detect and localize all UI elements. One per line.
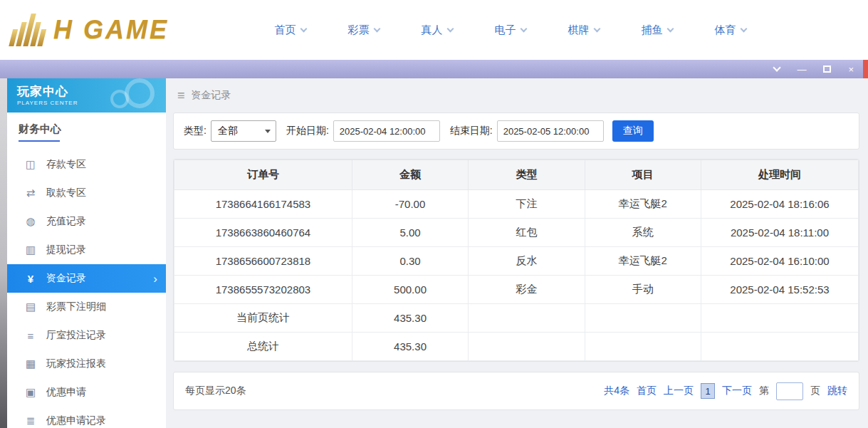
money-bag-icon: ◍ bbox=[24, 215, 37, 228]
table-cell bbox=[469, 304, 585, 333]
nav-item-live[interactable]: 真人 bbox=[400, 0, 474, 60]
table-row-grand-total: 总统计 435.30 bbox=[174, 333, 859, 361]
page-jump-input[interactable] bbox=[776, 382, 803, 400]
window-close-accent bbox=[863, 60, 868, 78]
nav-item-label: 首页 bbox=[275, 24, 296, 37]
end-date-label: 结束日期: bbox=[450, 125, 493, 137]
window-close-icon[interactable]: × bbox=[848, 65, 854, 74]
type-select-value: 全部 bbox=[218, 125, 238, 137]
nav-item-label: 棋牌 bbox=[568, 24, 590, 37]
sidebar-item-label: 厅室投注记录 bbox=[46, 329, 106, 342]
table-row: 1738663860460764 5.00 红包 系统 2025-02-04 1… bbox=[174, 219, 859, 247]
nav-item-label: 体育 bbox=[715, 24, 736, 37]
app-body: 玩家中心 PLAYERS CENTER 财务中心 ◫存款专区 ⇄取款专区 ◍充值… bbox=[0, 78, 868, 428]
sidebar-item-label: 优惠申请记录 bbox=[46, 414, 106, 427]
window-dropdown-icon[interactable] bbox=[773, 63, 781, 71]
nav-item-chess[interactable]: 棋牌 bbox=[547, 0, 620, 60]
wallet-icon: ▥ bbox=[24, 244, 37, 256]
current-page-badge[interactable]: 1 bbox=[701, 383, 715, 399]
sidebar-item-label: 存款专区 bbox=[46, 158, 86, 171]
table-cell: 2025-02-04 15:52:53 bbox=[701, 276, 858, 304]
table-cell: 反水 bbox=[469, 247, 585, 276]
start-date-label: 开始日期: bbox=[286, 125, 329, 137]
sidebar-section-label: 财务中心 bbox=[19, 122, 61, 135]
records-table-card: 订单号 金额 类型 项目 处理时间 1738664166174583 -70.0… bbox=[173, 159, 859, 362]
sidebar-item-withdrawal-records[interactable]: ▥提现记录 bbox=[7, 236, 166, 264]
search-button[interactable]: 查询 bbox=[612, 120, 654, 142]
table-cell: 1738655573202803 bbox=[174, 276, 352, 304]
table-row: 1738664166174583 -70.00 下注 幸运飞艇2 2025-02… bbox=[174, 190, 859, 219]
table-cell: 当前页统计 bbox=[174, 304, 352, 333]
table-cell: 幸运飞艇2 bbox=[585, 190, 701, 219]
sidebar-item-lottery-bet-details[interactable]: ▤彩票下注明细 bbox=[7, 293, 166, 321]
breadcrumb: ≡ 资金记录 bbox=[173, 78, 859, 113]
gift-icon: ▣ bbox=[24, 386, 37, 399]
menu-icon: ≡ bbox=[177, 88, 185, 103]
next-page-link[interactable]: 下一页 bbox=[722, 385, 752, 397]
start-date-input[interactable] bbox=[333, 120, 440, 142]
nav-item-label: 捕鱼 bbox=[642, 24, 663, 37]
sidebar-item-label: 提现记录 bbox=[46, 244, 86, 256]
logo[interactable]: H GAME bbox=[13, 14, 219, 46]
table-cell: 0.30 bbox=[352, 247, 468, 276]
document-icon: ▤ bbox=[24, 301, 37, 313]
main-content: ≡ 资金记录 类型: 全部 开始日期: 结束日期: 查询 bbox=[166, 78, 868, 428]
nav-item-slots[interactable]: 电子 bbox=[474, 0, 547, 60]
table-row: 1738656600723818 0.30 反水 幸运飞艇2 2025-02-0… bbox=[174, 247, 859, 276]
table-cell: 2025-02-04 18:11:00 bbox=[701, 219, 858, 247]
jump-suffix-label: 页 bbox=[810, 385, 820, 397]
table-cell: 手动 bbox=[585, 276, 701, 304]
sidebar-item-funds-records[interactable]: ¥资金记录› bbox=[7, 264, 166, 293]
window-maximize-icon[interactable] bbox=[823, 66, 831, 73]
nav-item-lottery[interactable]: 彩票 bbox=[327, 0, 400, 60]
table-row-page-total: 当前页统计 435.30 bbox=[174, 304, 859, 333]
table-cell: 1738663860460764 bbox=[174, 219, 352, 247]
controller-icon bbox=[125, 78, 155, 108]
chevron-down-icon bbox=[373, 25, 380, 32]
sidebar-item-label: 资金记录 bbox=[46, 272, 86, 285]
type-select[interactable]: 全部 bbox=[211, 120, 276, 142]
top-header: H GAME 首页 彩票 真人 电子 棋牌 捕鱼 体育 bbox=[0, 0, 868, 60]
table-cell: 红包 bbox=[469, 219, 585, 247]
table-cell: 总统计 bbox=[174, 333, 352, 361]
sidebar: 玩家中心 PLAYERS CENTER 财务中心 ◫存款专区 ⇄取款专区 ◍充值… bbox=[7, 78, 166, 428]
chevron-down-icon bbox=[300, 25, 307, 32]
logo-text: H GAME bbox=[53, 15, 169, 45]
column-header-order-no: 订单号 bbox=[174, 160, 352, 190]
withdraw-coins-icon: ⇄ bbox=[24, 187, 37, 199]
table-cell bbox=[469, 333, 585, 361]
chevron-down-icon bbox=[666, 25, 674, 32]
nav-item-home[interactable]: 首页 bbox=[253, 0, 327, 60]
table-row: 1738655573202803 500.00 彩金 手动 2025-02-04… bbox=[174, 276, 859, 304]
window-minimize-icon[interactable]: — bbox=[797, 65, 806, 74]
sidebar-item-hall-bet-records[interactable]: ≡厅室投注记录 bbox=[7, 321, 166, 350]
list-icon: ≡ bbox=[24, 330, 37, 342]
nav-item-label: 彩票 bbox=[348, 24, 370, 37]
sidebar-item-deposit-zone[interactable]: ◫存款专区 bbox=[7, 150, 166, 179]
nav-item-fishing[interactable]: 捕鱼 bbox=[620, 0, 694, 60]
sidebar-item-recharge-records[interactable]: ◍充值记录 bbox=[7, 207, 166, 236]
table-cell: 1738656600723818 bbox=[174, 247, 352, 276]
jump-button[interactable]: 跳转 bbox=[827, 385, 847, 397]
table-cell: 500.00 bbox=[352, 276, 468, 304]
sidebar-item-withdraw-zone[interactable]: ⇄取款专区 bbox=[7, 179, 166, 207]
sidebar-item-player-bet-report[interactable]: ▦玩家投注报表 bbox=[7, 350, 166, 378]
logo-icon bbox=[9, 14, 50, 46]
nav-item-label: 电子 bbox=[495, 24, 516, 37]
column-header-amount: 金额 bbox=[352, 160, 468, 190]
sidebar-section-finance: 财务中心 bbox=[7, 113, 166, 143]
table-cell: 1738664166174583 bbox=[174, 190, 352, 219]
nav-item-sports[interactable]: 体育 bbox=[694, 0, 767, 60]
jump-prefix-label: 第 bbox=[759, 385, 769, 397]
prev-page-link[interactable]: 上一页 bbox=[664, 385, 694, 397]
table-cell: 系统 bbox=[585, 219, 701, 247]
type-label: 类型: bbox=[184, 125, 206, 137]
end-date-input[interactable] bbox=[497, 120, 604, 142]
table-cell bbox=[585, 333, 701, 361]
sidebar-item-promo-application[interactable]: ▣优惠申请 bbox=[7, 378, 166, 407]
first-page-link[interactable]: 首页 bbox=[637, 385, 657, 397]
sidebar-item-promo-application-records[interactable]: ≣优惠申请记录 bbox=[7, 407, 166, 428]
sidebar-header: 玩家中心 PLAYERS CENTER bbox=[7, 78, 166, 113]
records-icon: ≣ bbox=[24, 414, 37, 427]
table-cell: 2025-02-04 16:10:00 bbox=[701, 247, 858, 276]
